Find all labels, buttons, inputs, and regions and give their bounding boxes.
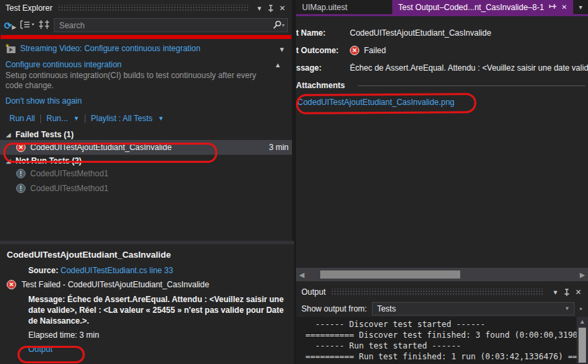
test-outcome-row: t Outcome: ✕ Failed [296,46,588,57]
vertical-scrollbar-thumb[interactable] [579,328,586,363]
source-link[interactable]: CodedUITestEtudiant.cs line 33 [61,266,173,275]
elapsed-time: Elapsed time: 3 min [7,330,287,340]
expander-icon[interactable]: ◢ [6,131,11,137]
window-position-icon[interactable]: ▾ [254,4,265,13]
tab-uimap[interactable]: UIMap.uitest [296,0,353,14]
test-failed-icon: ✕ [350,46,359,55]
output-toolbar: Show output from: Tests ▼ ▸ [296,300,588,317]
search-input[interactable]: Search ▾ [54,18,288,32]
tab-strip: UIMap.uitest Test Output–Coded...nt_CasI… [296,0,588,16]
source-label: Source: [28,266,59,275]
attachment-link[interactable]: CodedUITestAjoutEtudiant_CasInvalide.png [297,98,454,107]
test-message-row: ssage: Échec de Assert.AreEqual. Attendu… [296,63,588,74]
scroll-up-icon[interactable]: ▲ [577,317,588,326]
expander-icon[interactable]: ◢ [6,157,11,163]
toolbar-overflow-icon[interactable]: ▸ [580,305,583,312]
playlist-caret-icon[interactable]: ▼ [158,115,164,122]
notrun-test-name: CodedUITestMethod1 [30,169,108,178]
streaming-video-row[interactable]: ✶ Streaming Video: Configure continuous … [5,44,288,53]
pin-icon[interactable] [561,287,573,296]
chevron-down-icon: ▼ [564,305,570,312]
output-console[interactable]: ------ Discover test started ------ ====… [296,317,588,364]
notrun-test-name: CodedUITestMethod1 [30,184,108,193]
pin-icon[interactable] [265,3,277,12]
configure-ci-link[interactable]: Configure continuous integration [5,60,122,69]
ci-description: Setup continuous integration(CI) builds … [5,71,274,91]
test-failed-icon: ✕ [16,143,26,152]
playlist-link[interactable]: Playlist : All Tests [91,114,153,123]
scroll-left-icon[interactable]: ◀ [296,271,307,279]
output-panel: Output ▾ ✕ Show output from: Tests ▼ ▸ -… [296,284,588,364]
details-test-title: CodedUITestAjoutEtudiant_CasInvalide [7,250,287,260]
test-name-value: CodedUITestAjoutEtudiant_CasInvalide [350,28,491,38]
run-commands-bar: Run All Run... ▼ Playlist : All Tests ▼ [0,108,292,129]
run-menu-link[interactable]: Run... [46,114,68,123]
titlebar-grip [58,5,248,11]
test-name-row: t Name: CodedUITestAjoutEtudiant_CasInva… [296,28,588,39]
notrun-test-row[interactable]: ! CodedUITestMethod1 [0,166,292,181]
test-outcome-label: t Outcome: [296,46,338,55]
notrun-tests-group[interactable]: ◢ Not Run Tests (2) [0,155,292,166]
test-name-label: t Name: [296,28,326,38]
separator [85,114,85,123]
filter-icon[interactable] [39,20,50,31]
test-outcome-value: Failed [364,46,386,55]
tab-label: Test Output–Coded...nt_CasInvalide–8-1 [398,3,544,12]
streaming-video-link[interactable]: Streaming Video: Configure continuous in… [20,44,200,53]
show-output-label: Show output from: [301,304,367,314]
test-details-pane: CodedUITestAjoutEtudiant_CasInvalide Sou… [0,244,294,364]
test-explorer-titlebar[interactable]: Test Explorer ▾ ✕ [0,0,292,16]
configure-ci-row: Configure continuous integration ▲ Setup… [5,60,288,106]
group-by-icon[interactable] [20,20,35,31]
test-explorer-toolbar: ⟳▶ Search ▾ [0,16,292,34]
attachments-header: Attachments [296,81,588,92]
test-duration: 3 min [269,143,292,152]
outcome-value-wrap: ✕ Failed [350,46,386,55]
search-dropdown-icon[interactable]: ▾ [282,22,285,28]
test-failed-icon: ✕ [7,280,16,289]
tab-test-output[interactable]: Test Output–Coded...nt_CasInvalide–8-1 ✕ [392,0,573,14]
ci-promo-section: ✶ Streaming Video: Configure continuous … [0,39,292,108]
test-tree: ◢ Failed Tests (1) ✕ CodedUITestAjoutEtu… [0,129,292,196]
notrun-tests-label: Not Run Tests (2) [15,156,81,166]
separator [40,114,41,123]
attachment-row: CodedUITestAjoutEtudiant_CasInvalide.png [296,98,588,108]
test-output-document: t Name: CodedUITestAjoutEtudiant_CasInva… [296,16,588,266]
run-all-link[interactable]: Run All [9,114,35,123]
failed-tests-group[interactable]: ◢ Failed Tests (1) [0,129,292,140]
search-placeholder: Search [59,21,273,30]
dont-show-again-link[interactable]: Don't show this again [5,96,82,106]
close-icon[interactable]: ✕ [562,3,567,11]
notrun-test-row[interactable]: ! CodedUITestMethod1 [0,181,292,196]
run-menu-caret-icon[interactable]: ▼ [73,115,79,122]
status-row: ✕ Test Failed - CodedUITestAjoutEtudiant… [7,280,287,289]
output-source-dropdown[interactable]: Tests ▼ [372,302,575,316]
failure-message: Message: Échec de Assert.AreEqual. Atten… [7,294,293,326]
search-icon[interactable] [273,20,282,31]
scroll-right-icon[interactable]: ▶ [577,271,588,279]
horizontal-scrollbar-thumb[interactable] [320,270,460,279]
panel-title: Output [301,287,326,297]
chevron-up-icon[interactable]: ▲ [274,61,281,69]
output-link[interactable]: Output [28,344,52,354]
console-text: ------ Discover test started ------ ====… [296,317,588,362]
output-titlebar[interactable]: Output ▾ ✕ [296,284,588,300]
run-after-build-icon[interactable]: ⟳▶ [4,20,16,31]
pin-icon[interactable] [549,3,557,11]
test-notrun-icon: ! [16,184,26,193]
failed-tests-label: Failed Tests (1) [15,130,73,139]
failed-test-row[interactable]: ✕ CodedUITestAjoutEtudiant_CasInvalide 3… [0,140,292,155]
test-notrun-icon: ! [16,169,26,178]
dropdown-value: Tests [377,304,564,314]
window-position-icon[interactable]: ▾ [550,288,561,297]
titlebar-grip [331,289,544,295]
attachments-rule [358,85,585,86]
document-list-chevron-icon[interactable]: ▾ [573,0,588,14]
chevron-down-icon[interactable]: ▼ [279,46,285,53]
failed-test-name: CodedUITestAjoutEtudiant_CasInvalide [30,143,172,152]
vertical-scrollbar[interactable]: ▲ [577,317,588,364]
close-icon[interactable]: ✕ [277,4,288,13]
horizontal-scrollbar[interactable]: ◀ ▶ [296,268,588,281]
close-icon[interactable]: ✕ [573,288,584,297]
panel-title: Test Explorer [5,3,52,13]
